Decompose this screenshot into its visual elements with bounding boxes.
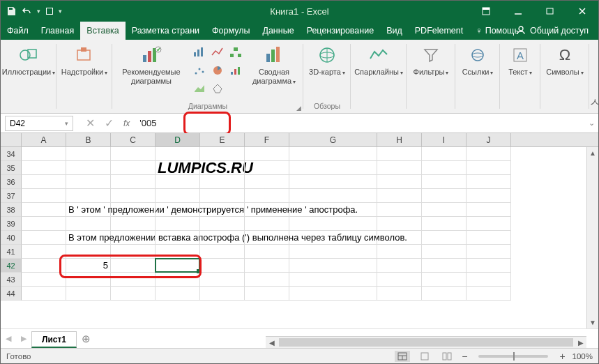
cell-F35[interactable] bbox=[245, 161, 289, 175]
cell-I34[interactable] bbox=[422, 147, 467, 161]
scroll-down-icon[interactable]: ▼ bbox=[587, 317, 598, 328]
cell-D40[interactable] bbox=[156, 231, 200, 245]
cell-A38[interactable] bbox=[22, 203, 66, 217]
cell-C35[interactable] bbox=[111, 161, 156, 175]
formula-input[interactable]: '005 bbox=[137, 116, 584, 131]
row-header-40[interactable]: 40 bbox=[1, 231, 22, 245]
cell-J39[interactable] bbox=[467, 217, 511, 231]
cell-G44[interactable] bbox=[289, 287, 377, 301]
cell-J38[interactable] bbox=[467, 203, 511, 217]
col-header-C[interactable]: C bbox=[111, 133, 156, 146]
cell-B36[interactable] bbox=[66, 175, 111, 189]
tab-file[interactable]: Файл bbox=[1, 22, 35, 40]
view-pagelayout-icon[interactable] bbox=[417, 351, 432, 362]
cell-E38[interactable] bbox=[200, 203, 245, 217]
row-header-36[interactable]: 36 bbox=[1, 175, 22, 189]
cell-B40[interactable]: В этом предложении вставка апострофа (')… bbox=[66, 231, 111, 245]
cell-A36[interactable] bbox=[22, 175, 66, 189]
cell-J36[interactable] bbox=[467, 175, 511, 189]
sheet-nav-prev[interactable]: ◀ bbox=[1, 334, 16, 343]
sheet-tab-active[interactable]: Лист1 bbox=[31, 331, 77, 348]
cell-A40[interactable] bbox=[22, 231, 66, 245]
row-header-39[interactable]: 39 bbox=[1, 217, 22, 231]
cell-H40[interactable] bbox=[377, 231, 422, 245]
cell-E41[interactable] bbox=[200, 245, 245, 259]
cell-F43[interactable] bbox=[245, 273, 289, 287]
cell-F41[interactable] bbox=[245, 245, 289, 259]
cell-D41[interactable] bbox=[156, 245, 200, 259]
col-header-J[interactable]: J bbox=[467, 133, 511, 146]
horizontal-scrollbar[interactable]: ◀ ▶ bbox=[266, 336, 586, 348]
fx-icon[interactable]: fx bbox=[123, 119, 130, 128]
cell-H39[interactable] bbox=[377, 217, 422, 231]
tab-pdfelement[interactable]: PDFelement bbox=[409, 22, 469, 40]
cell-C34[interactable] bbox=[111, 147, 156, 161]
cell-B39[interactable] bbox=[66, 217, 111, 231]
cell-J42[interactable] bbox=[467, 259, 511, 273]
cell-I42[interactable] bbox=[422, 259, 467, 273]
cell-I36[interactable] bbox=[422, 175, 467, 189]
cell-G35[interactable] bbox=[289, 161, 377, 175]
cell-A37[interactable] bbox=[22, 189, 66, 203]
cell-E35[interactable] bbox=[200, 161, 245, 175]
cell-B42[interactable]: 5 bbox=[66, 259, 111, 273]
zoom-in-button[interactable]: + bbox=[559, 351, 565, 362]
scroll-left-icon[interactable]: ◀ bbox=[266, 337, 278, 348]
cell-E44[interactable] bbox=[200, 287, 245, 301]
cell-I37[interactable] bbox=[422, 189, 467, 203]
cell-D38[interactable] bbox=[156, 203, 200, 217]
scatter-chart-icon[interactable] bbox=[190, 62, 208, 79]
cell-G36[interactable] bbox=[289, 175, 377, 189]
scroll-up-icon[interactable]: ▲ bbox=[587, 147, 598, 159]
view-pagebreak-icon[interactable] bbox=[439, 351, 455, 362]
row-header-34[interactable]: 34 bbox=[1, 147, 22, 161]
col-header-H[interactable]: H bbox=[377, 133, 422, 146]
tab-insert[interactable]: Вставка bbox=[80, 22, 125, 40]
charts-dialog-launcher[interactable]: ◢ bbox=[296, 105, 301, 112]
cell-J43[interactable] bbox=[467, 273, 511, 287]
surface-chart-icon[interactable] bbox=[190, 80, 208, 97]
row-header-35[interactable]: 35 bbox=[1, 161, 22, 175]
cell-A35[interactable] bbox=[22, 161, 66, 175]
cell-D43[interactable] bbox=[156, 273, 200, 287]
scroll-right-icon[interactable]: ▶ bbox=[575, 337, 586, 348]
cell-B34[interactable] bbox=[66, 147, 111, 161]
links-button[interactable]: Ссылки▾ bbox=[460, 43, 496, 77]
col-header-E[interactable]: E bbox=[200, 133, 245, 146]
cell-A41[interactable] bbox=[22, 245, 66, 259]
cell-A44[interactable] bbox=[22, 287, 66, 301]
col-header-A[interactable]: A bbox=[22, 133, 66, 146]
sparklines-button[interactable]: Спарклайны▾ bbox=[355, 43, 402, 77]
cell-E43[interactable] bbox=[200, 273, 245, 287]
cell-H44[interactable] bbox=[377, 287, 422, 301]
cell-F37[interactable] bbox=[245, 189, 289, 203]
cell-I41[interactable] bbox=[422, 245, 467, 259]
close-icon[interactable] bbox=[566, 1, 598, 22]
cell-A43[interactable] bbox=[22, 273, 66, 287]
cell-I35[interactable] bbox=[422, 161, 467, 175]
vertical-scrollbar[interactable]: ▲ ▼ bbox=[586, 147, 598, 328]
cell-J35[interactable] bbox=[467, 161, 511, 175]
col-header-F[interactable]: F bbox=[245, 133, 289, 146]
cell-G37[interactable] bbox=[289, 189, 377, 203]
save-icon[interactable] bbox=[6, 6, 16, 16]
cell-F38[interactable] bbox=[245, 203, 289, 217]
cell-B44[interactable] bbox=[66, 287, 111, 301]
hscroll-thumb[interactable] bbox=[279, 338, 573, 347]
share-button[interactable]: Общий доступ bbox=[510, 25, 594, 37]
cell-E40[interactable] bbox=[200, 231, 245, 245]
cell-C40[interactable] bbox=[111, 231, 156, 245]
cell-H36[interactable] bbox=[377, 175, 422, 189]
cell-G40[interactable] bbox=[289, 231, 377, 245]
enter-formula-icon[interactable]: ✓ bbox=[105, 116, 114, 130]
cell-D39[interactable] bbox=[156, 217, 200, 231]
tab-formulas[interactable]: Формулы bbox=[206, 22, 256, 40]
bar-chart-icon[interactable] bbox=[190, 44, 208, 61]
cell-E42[interactable] bbox=[200, 259, 245, 273]
filters-button[interactable]: Фильтры▾ bbox=[411, 43, 451, 77]
tab-pagelayout[interactable]: Разметка страни bbox=[126, 22, 206, 40]
recommended-charts-button[interactable]: Рекомендуемые диаграммы bbox=[116, 43, 186, 86]
cell-F36[interactable] bbox=[245, 175, 289, 189]
cell-A34[interactable] bbox=[22, 147, 66, 161]
row-header-38[interactable]: 38 bbox=[1, 203, 22, 217]
